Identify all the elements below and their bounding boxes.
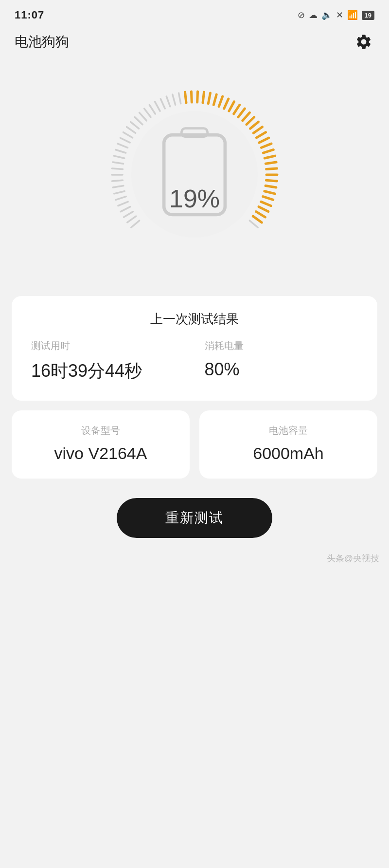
- watermark: 头条@央视技: [0, 553, 389, 574]
- duration-label: 测试用时: [31, 339, 185, 352]
- retest-button[interactable]: 重新测试: [117, 498, 272, 538]
- cards-section: 上一次测试结果 测试用时 16时39分44秒 消耗电量 80% 设备型号 viv…: [0, 296, 389, 479]
- model-label: 设备型号: [26, 424, 175, 437]
- volume-icon: 🔈: [321, 10, 332, 20]
- duration-col: 测试用时 16时39分44秒: [31, 339, 185, 383]
- status-icons: ⊘ ☁ 🔈 ✕ 📶 19: [298, 10, 374, 20]
- battery-center: 19%: [156, 126, 233, 223]
- device-info-section: 设备型号 vivo V2164A 电池容量 6000mAh: [12, 410, 377, 479]
- capacity-value: 6000mAh: [214, 444, 363, 463]
- last-result-title: 上一次测试结果: [31, 311, 358, 328]
- gauge-wrapper: 19%: [97, 77, 292, 272]
- model-value: vivo V2164A: [26, 444, 175, 463]
- battery-status-badge: 19: [362, 11, 374, 20]
- app-title: 电池狗狗: [15, 33, 69, 51]
- gauge-section: 19%: [0, 57, 389, 296]
- battery-percentage: 19%: [169, 184, 220, 213]
- last-result-row: 测试用时 16时39分44秒 消耗电量 80%: [31, 339, 358, 383]
- consumed-label: 消耗电量: [205, 339, 358, 352]
- capacity-label: 电池容量: [214, 424, 363, 437]
- wifi-icon: 📶: [347, 10, 358, 20]
- cloud-icon: ☁: [309, 10, 318, 20]
- capacity-card: 电池容量 6000mAh: [199, 410, 377, 479]
- gear-icon-svg: [355, 33, 372, 51]
- last-result-card: 上一次测试结果 测试用时 16时39分44秒 消耗电量 80%: [12, 296, 377, 401]
- status-bar: 11:07 ⊘ ☁ 🔈 ✕ 📶 19: [0, 0, 389, 26]
- top-bar: 电池狗狗: [0, 26, 389, 57]
- btn-section: 重新测试: [0, 479, 389, 553]
- settings-button[interactable]: [353, 31, 374, 53]
- battery-icon-wrap: 19%: [156, 126, 233, 223]
- consumed-col: 消耗电量 80%: [185, 339, 358, 380]
- notification-icon: ✕: [336, 10, 343, 20]
- alarm-icon: ⊘: [298, 10, 305, 20]
- model-card: 设备型号 vivo V2164A: [12, 410, 190, 479]
- consumed-value: 80%: [205, 359, 358, 380]
- status-time: 11:07: [15, 9, 44, 21]
- duration-value: 16时39分44秒: [31, 359, 185, 383]
